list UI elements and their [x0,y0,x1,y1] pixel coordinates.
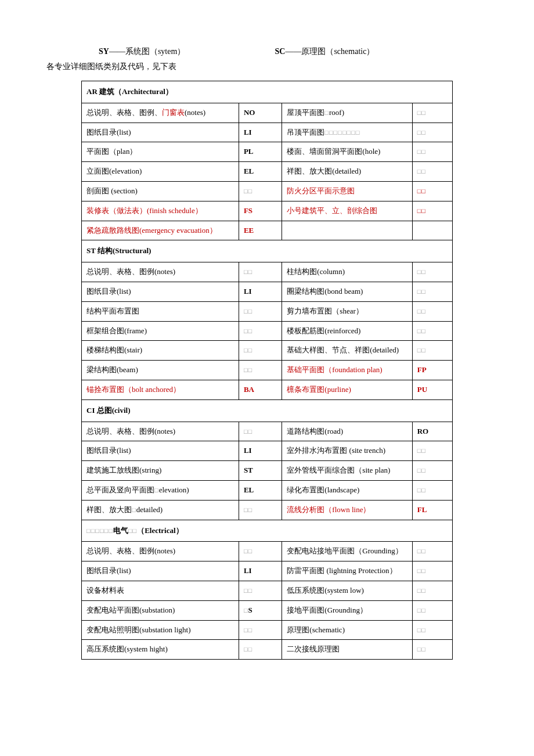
code-cell-right: □□ [412,142,452,162]
sy-text: 系统图（sytem） [125,47,185,56]
table-row: 总平面及竖向平面图□elevation)EL绿化布置图(landscape)□□ [82,480,453,500]
code-cell-right: □□ [412,262,452,282]
table-row: 锚拴布置图（bolt anchored）BA檩条布置图(purline)PU [82,380,453,399]
drawing-name-cell-right: 楼面、墙面留洞平面图(hole) [282,142,412,162]
table-row: 变配电站照明图(substation light)□□原理图(schematic… [82,620,453,640]
drawing-name-cell: 设备材料表 [82,581,239,600]
code-cell-right: □□ [412,640,452,660]
drawing-name-cell-right: 剪力墙布置图（shear） [282,301,412,321]
code-cell-right: □□ [412,201,452,221]
drawing-name-cell: 建筑施工放线图(string) [82,461,239,481]
drawing-name-cell: 总说明、表格、图例(notes) [82,422,239,441]
subheader: 各专业详细图纸类别及代码，见下表 [35,62,499,72]
drawing-name-cell: 总说明、表格、图例、门窗表(notes) [82,103,239,123]
table-row: 图纸目录(list)LI圈梁结构图(bond beam)□□ [82,282,453,301]
drawing-name-cell-right: 绿化布置图(landscape) [282,480,412,500]
table-row: 立面图(elevation)EL祥图、放大图(detailed)□□ [82,162,453,182]
code-cell: □□ [239,321,282,341]
table-row: 总说明、表格、图例(notes)□□变配电站接地平面图（Grounding）□□ [82,542,453,561]
code-cell-right: □□ [412,480,452,500]
drawing-name-cell: 紧急疏散路线图(emergency evacuation） [82,221,239,240]
drawing-name-cell: 楼梯结构图(stair) [82,341,239,361]
drawing-name-cell: 装修表（做法表）(finish schedule） [82,201,239,221]
code-cell-right: □□ [412,461,452,481]
code-cell: BA [239,380,282,399]
drawing-name-cell-right: 室外管线平面综合图（site plan) [282,461,412,481]
table-row: 总说明、表格、图例(notes)□□道路结构图(road)RO [82,422,453,441]
code-cell: EL [239,162,282,182]
code-cell-right: □□ [412,321,452,341]
code-cell-right: □□ [412,301,452,321]
drawing-code-table: AR 建筑（Architectural）总说明、表格、图例、门窗表(notes)… [81,81,453,660]
drawing-name-cell-right: 道路结构图(road) [282,422,412,441]
code-cell-right: RO [412,422,452,441]
drawing-name-cell-right [282,221,412,240]
drawing-name-cell-right: 圈梁结构图(bond beam) [282,282,412,301]
drawing-name-cell-right: 基础平面图（foundation plan) [282,361,412,380]
code-cell-right: □□ [412,181,452,201]
drawing-name-cell-right: 变配电站接地平面图（Grounding） [282,542,412,561]
code-cell-right: □□ [412,542,452,561]
code-cell: PL [239,142,282,162]
drawing-name-cell-right: 吊顶平面图□□□□□□□□ [282,123,412,142]
drawing-name-cell: 图纸目录(list) [82,123,239,142]
drawing-name-cell-right: 原理图(schematic) [282,620,412,640]
code-cell: FS [239,201,282,221]
code-cell: □□ [239,620,282,640]
section-header: AR 建筑（Architectural） [82,81,453,103]
code-cell: LI [239,123,282,142]
code-cell: □□ [239,361,282,380]
table-row: 建筑施工放线图(string)ST室外管线平面综合图（site plan)□□ [82,461,453,481]
table-row: 变配电站平面图(substation)□S接地平面图(Grounding）□□ [82,600,453,620]
table-row: 设备材料表□□低压系统图(system low)□□ [82,581,453,600]
table-row: 平面图（plan）PL楼面、墙面留洞平面图(hole)□□ [82,142,453,162]
table-row: 紧急疏散路线图(emergency evacuation）EE [82,221,453,240]
code-cell: □□ [239,640,282,660]
code-cell: □□ [239,422,282,441]
code-cell-right: □□ [412,162,452,182]
drawing-name-cell: 图纸目录(list) [82,441,239,461]
code-cell: □□ [239,500,282,520]
drawing-name-cell: 框架组合图(frame) [82,321,239,341]
drawing-name-cell: 梁结构图(beam) [82,361,239,380]
code-cell: NO [239,103,282,123]
code-cell: EL [239,480,282,500]
drawing-name-cell-right: 二次接线原理图 [282,640,412,660]
code-cell: □□ [239,301,282,321]
drawing-name-cell-right: 基础大样图、节点、祥图(detailed) [282,341,412,361]
code-cell-right: □□ [412,123,452,142]
table-row: 高压系统图(system hight)□□二次接线原理图□□ [82,640,453,660]
drawing-name-cell: 结构平面布置图 [82,301,239,321]
table-row: 总说明、表格、图例(notes)□□柱结构图(column)□□ [82,262,453,282]
table-row: 结构平面布置图□□剪力墙布置图（shear）□□ [82,301,453,321]
drawing-name-cell: 图纸目录(list) [82,282,239,301]
drawing-name-cell-right: 楼板配筋图(reinforced) [282,321,412,341]
code-cell-right [412,221,452,240]
drawing-name-cell-right: 接地平面图(Grounding） [282,600,412,620]
section-header: ST 结构(Structural) [82,240,453,262]
code-cell-right: □□ [412,103,452,123]
drawing-name-cell: 总说明、表格、图例(notes) [82,262,239,282]
table-row: 装修表（做法表）(finish schedule）FS小号建筑平、立、剖综合图□… [82,201,453,221]
code-cell-right: □□ [412,341,452,361]
table-row: 图纸目录(list)LI室外排水沟布置图 (site trench)□□ [82,441,453,461]
code-cell-right: □□ [412,282,452,301]
drawing-name-cell-right: 室外排水沟布置图 (site trench) [282,441,412,461]
code-cell: □S [239,600,282,620]
table-row: 总说明、表格、图例、门窗表(notes)NO屋顶平面图□roof)□□ [82,103,453,123]
code-cell: LI [239,561,282,581]
sc-text: 原理图（schematic） [301,47,374,56]
table-row: 样图、放大图□detailed)□□流线分析图（flown line）FL [82,500,453,520]
table-row: 楼梯结构图(stair)□□基础大样图、节点、祥图(detailed)□□ [82,341,453,361]
code-cell: □□ [239,581,282,600]
drawing-name-cell-right: 祥图、放大图(detailed) [282,162,412,182]
header-line: SY——系统图（sytem） SC——原理图（schematic） [35,46,499,57]
section-header: CI 总图(civil) [82,399,453,422]
drawing-name-cell-right: 屋顶平面图□roof) [282,103,412,123]
code-cell-right: PU [412,380,452,399]
drawing-name-cell: 变配电站平面图(substation) [82,600,239,620]
drawing-name-cell: 图纸目录(list) [82,561,239,581]
drawing-name-cell: 变配电站照明图(substation light) [82,620,239,640]
sy-code: SY [99,47,109,56]
code-cell: □□ [239,542,282,561]
